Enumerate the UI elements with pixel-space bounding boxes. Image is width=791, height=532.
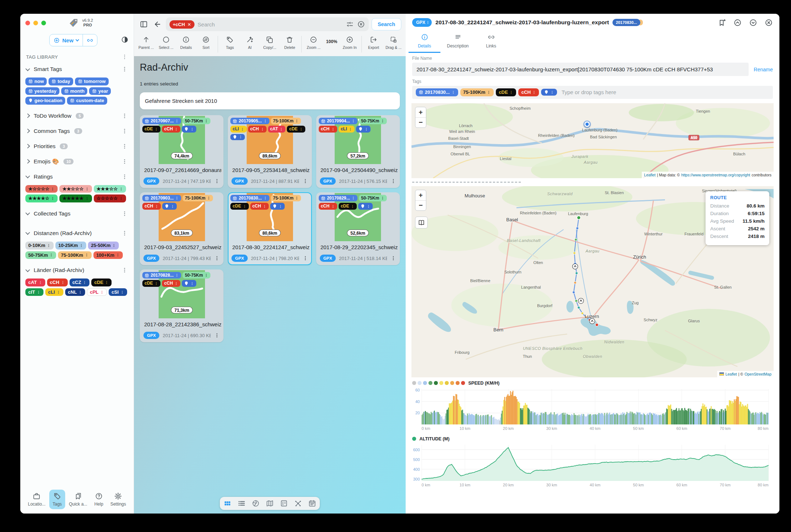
tag-group-emojis-[interactable]: Emojis 🎨10 — [24, 154, 130, 169]
tag-cDE[interactable]: cDE — [287, 126, 305, 132]
altitude-chart-plot[interactable]: 3004005006000 km10 km20 km30 km40 km50 k… — [412, 442, 773, 488]
speed-chart-plot[interactable]: 2040600 km10 km20 km30 km40 km50 km60 km… — [412, 386, 773, 432]
tag-geo[interactable] — [356, 126, 371, 132]
tag-cDE[interactable]: cDE — [91, 278, 112, 286]
tag-25-50Km[interactable]: 25-50Km — [88, 242, 119, 250]
tag-cAT[interactable]: cAT — [268, 126, 286, 132]
tag-cCH[interactable]: cCH — [162, 280, 180, 286]
window-zoom-button[interactable] — [41, 21, 46, 25]
toolbar-delete-button[interactable]: Delete — [280, 35, 300, 50]
toolbar-ai-button[interactable]: AI — [240, 35, 260, 50]
tag-★★☆☆☆[interactable]: ★★☆☆☆ — [59, 185, 92, 193]
tag-cDE[interactable]: cDE — [142, 126, 160, 132]
bookmark-add-button[interactable] — [718, 18, 726, 27]
tag-cAT[interactable]: cAT — [25, 278, 45, 286]
tag-20170904...[interactable]: 20170904... — [319, 118, 357, 124]
create-link-button[interactable] — [83, 34, 97, 46]
toolbar-details-button[interactable]: Details — [176, 35, 196, 50]
remove-tag-icon[interactable] — [187, 22, 191, 26]
tag-cSI[interactable]: cSI — [109, 288, 127, 296]
zoom-in-button[interactable]: + — [415, 190, 426, 200]
toolbar-drag-button[interactable]: Drag & ... — [384, 35, 403, 50]
card-menu-button[interactable] — [214, 332, 220, 338]
group-menu-button[interactable] — [121, 128, 128, 134]
tag-group-l-nder-rad-archiv-[interactable]: Länder (Rad-Archiv) — [24, 263, 130, 278]
card-menu-button[interactable] — [390, 255, 396, 261]
tag-geo[interactable] — [162, 203, 177, 209]
tag-20170903...[interactable]: 20170903... — [142, 195, 181, 201]
footer-item-settings[interactable]: Settings — [107, 490, 129, 509]
tag-cDE[interactable]: cDE — [339, 203, 357, 209]
list-view-button[interactable] — [237, 499, 246, 508]
footer-item-tags[interactable]: Tags — [49, 490, 65, 509]
tag-cNL[interactable]: cNL — [65, 288, 85, 296]
search-options-button[interactable] — [346, 20, 354, 28]
tab-description[interactable]: Description — [442, 30, 474, 53]
toolbar-copy-button[interactable]: Copy/... — [260, 35, 280, 50]
tag-cCH[interactable]: cCH — [162, 126, 180, 132]
search-button[interactable]: Search — [372, 18, 401, 30]
search-input[interactable]: +cCH Search — [166, 17, 369, 31]
file-name-input[interactable]: 2017-08-30_22241247_schweiz-2017-03-lauf… — [412, 63, 749, 76]
tag-group-distanzen-rad-archiv-[interactable]: Distanzen (Rad-Archiv) — [24, 226, 130, 241]
tag-cCH[interactable]: cCH — [142, 203, 161, 209]
file-date-chip[interactable]: 20170830... — [612, 19, 640, 26]
tag-20170907...[interactable]: 20170907... — [142, 118, 181, 124]
tag-cLI[interactable]: cLI — [45, 288, 63, 296]
tag-20170829...[interactable]: 20170829... — [319, 195, 357, 201]
tag-group-collected-tags[interactable]: Collected Tags — [24, 206, 130, 221]
toolbar-zoom-button[interactable]: Zoom ... — [304, 35, 323, 50]
next-file-button[interactable] — [749, 18, 757, 27]
osm-copyright-link[interactable]: https://www.openstreetmap.org/copyright — [681, 173, 750, 177]
tag-group-smart-tags[interactable]: Smart Tags — [24, 62, 130, 77]
zoom-out-button[interactable]: − — [415, 200, 426, 210]
rename-button[interactable]: Rename — [754, 67, 773, 72]
tag-month[interactable]: month — [61, 87, 88, 95]
footer-item-locatio[interactable]: Locatio... — [25, 490, 49, 509]
tag-20170830...[interactable]: 20170830... — [416, 88, 458, 96]
osm-link[interactable]: OpenStreetMap — [745, 372, 771, 376]
tag-50-75Km[interactable]: 50-75Km — [25, 251, 56, 259]
group-menu-button[interactable] — [121, 143, 128, 150]
tag-cCH[interactable]: cCH — [319, 203, 337, 209]
card-menu-button[interactable] — [302, 255, 308, 261]
tag-cCH[interactable]: cCH — [47, 278, 68, 286]
tag-75-100Km[interactable]: 75-100Km — [460, 88, 494, 96]
group-menu-button[interactable] — [121, 267, 128, 273]
group-menu-button[interactable] — [121, 210, 128, 217]
tab-links[interactable]: Links — [475, 30, 507, 53]
tag-★★★★★[interactable]: ★★★★★ — [59, 194, 92, 202]
tag-cCH[interactable]: cCH — [248, 126, 267, 132]
tag-20170828...[interactable]: 20170828... — [142, 272, 181, 278]
tag-cCH[interactable]: cCH — [518, 88, 539, 96]
tag-☆☆☆☆☆[interactable]: ☆☆☆☆☆ — [94, 194, 126, 202]
tag-100+Km[interactable]: 100+Km — [93, 251, 123, 259]
tag-custom-date[interactable]: custom-date — [67, 97, 107, 105]
geo-marker[interactable] — [585, 121, 590, 127]
grid-view-button[interactable] — [223, 499, 232, 508]
tag-75-100Km[interactable]: 75-100Km — [271, 118, 301, 124]
tag-geo[interactable] — [358, 203, 373, 209]
tag-20170905...[interactable]: 20170905... — [230, 118, 269, 124]
tag-year[interactable]: year — [89, 87, 111, 95]
tag-50-75Km[interactable]: 50-75Km — [359, 195, 387, 201]
tag-75-100Km[interactable]: 75-100Km — [271, 195, 301, 201]
group-menu-button[interactable] — [121, 113, 128, 119]
tag-0-10Km[interactable]: 0-10Km — [25, 242, 54, 250]
map-view-button[interactable] — [265, 499, 274, 508]
tag-cCZ[interactable]: cCZ — [70, 278, 90, 286]
tag-20170830...[interactable]: 20170830... — [230, 195, 269, 201]
tag-★☆☆☆☆[interactable]: ★☆☆☆☆ — [25, 185, 58, 193]
tag-tomorrow[interactable]: tomorrow — [75, 78, 109, 85]
map-legend-button[interactable] — [415, 217, 428, 229]
card-menu-button[interactable] — [302, 178, 308, 184]
file-type-badge[interactable]: GPX — [412, 18, 432, 27]
tag-group-ratings[interactable]: Ratings — [24, 169, 130, 184]
tag-75-100Km[interactable]: 75-100Km — [183, 195, 213, 201]
tag-geo-location[interactable]: geo-location — [25, 97, 65, 105]
tag-geo[interactable] — [182, 280, 196, 286]
toolbar-tags-button[interactable]: Tags — [220, 35, 240, 50]
file-card[interactable]: 74,4km20170907...50-75KmcDEcCH2017-09-07… — [140, 115, 223, 188]
tag-group-todo-workflow[interactable]: ToDo Workflow5 — [24, 108, 130, 123]
tab-details[interactable]: Details — [409, 30, 440, 53]
